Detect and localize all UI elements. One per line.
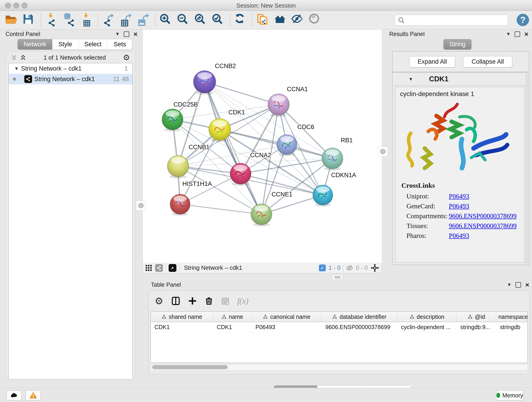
results-scrollbar[interactable]: [526, 73, 528, 264]
gene-section-header[interactable]: ▼ CDK1: [393, 73, 525, 86]
network-node-RB1[interactable]: RB1: [322, 137, 353, 170]
delete-column-icon[interactable]: [205, 297, 213, 305]
control-panel-close-icon[interactable]: ×: [133, 32, 138, 36]
export-image-button[interactable]: [137, 13, 151, 27]
zoom-in-button[interactable]: [159, 13, 174, 27]
crosslink-link[interactable]: P06493: [449, 202, 469, 210]
network-node-CCNA1[interactable]: CCNA1: [268, 86, 308, 117]
crosslink-link[interactable]: 9606.ENSP00000378699: [449, 222, 517, 230]
birds-eye-grid-icon[interactable]: [145, 264, 152, 272]
results-panel-float-icon[interactable]: [515, 32, 520, 37]
column-header-namespace[interactable]: namespace: [496, 312, 528, 322]
search-input[interactable]: [406, 15, 508, 25]
collapse-all-button[interactable]: Collapse All: [463, 56, 512, 67]
network-edge-CCNB2-CCNA1[interactable]: [205, 82, 279, 104]
open-session-button[interactable]: [5, 13, 19, 27]
export-table-button[interactable]: [119, 13, 134, 27]
crosslink-link[interactable]: P06493: [449, 232, 469, 240]
bottom-splitter-handle[interactable]: [332, 275, 343, 280]
refresh-view-button[interactable]: [234, 13, 248, 27]
warnings-button[interactable]: [26, 390, 41, 400]
export-network-button[interactable]: [102, 13, 116, 27]
import-network-file-button[interactable]: [44, 13, 59, 27]
table-cell[interactable]: CDK1: [213, 322, 252, 332]
results-panel-menu-icon[interactable]: ▼: [506, 32, 511, 37]
expand-all-button[interactable]: Expand All: [409, 56, 456, 67]
table-cell[interactable]: stringdb: [496, 322, 528, 332]
column-header-shared-name[interactable]: shared name: [151, 312, 213, 322]
table-cell[interactable]: 9606.ENSP00000378699: [322, 322, 397, 332]
tab-sets[interactable]: Sets: [108, 39, 132, 50]
zoom-out-button[interactable]: [177, 13, 191, 27]
zoom-fit-button[interactable]: [194, 13, 209, 27]
table-options-gear-icon[interactable]: ⚙: [155, 295, 163, 307]
hide-selected-button[interactable]: [291, 13, 306, 27]
left-splitter-handle[interactable]: [136, 201, 146, 211]
results-panel: Results Panel ▼ × String Expand All Coll…: [385, 29, 530, 281]
table-cell[interactable]: P06493: [252, 322, 322, 332]
collapse-all-icon[interactable]: [11, 54, 17, 61]
expand-all-icon[interactable]: [20, 54, 26, 61]
cytoscape-window: Session: New Session: [0, 0, 532, 402]
table-row[interactable]: CDK1CDK1P064939606.ENSP00000378699cyclin…: [151, 322, 527, 332]
cloud-status-button[interactable]: [6, 390, 22, 400]
selected-nodes-checkbox[interactable]: ✓: [319, 264, 326, 271]
tab-select[interactable]: Select: [78, 39, 108, 50]
network-options-gear-icon[interactable]: ⚙: [123, 53, 130, 62]
open-in-new-window-icon[interactable]: [169, 264, 177, 272]
node-count: 11: [113, 76, 120, 83]
table-cell[interactable]: CDK1: [151, 322, 213, 332]
network-canvas[interactable]: CCNB2CCNA1CDC25BCDK1CDC6RB1CCNB1CCNA2CDK…: [143, 29, 382, 263]
results-panel-close-icon[interactable]: ×: [524, 32, 528, 36]
clone-network-button[interactable]: [256, 13, 271, 27]
column-header--id[interactable]: @id: [457, 312, 496, 322]
network-row-selected[interactable]: String Network – cdk1 11 48: [9, 74, 133, 84]
group-nodes-button[interactable]: [273, 13, 288, 27]
table-cell[interactable]: stringdb:9...: [457, 322, 496, 332]
network-node-CDC25B[interactable]: CDC25B: [162, 101, 198, 131]
column-header-database-identifier[interactable]: database identifier: [322, 312, 397, 322]
show-columns-icon[interactable]: [171, 296, 180, 306]
refresh-icon: [234, 13, 246, 25]
tab-style[interactable]: Style: [52, 39, 78, 50]
column-header-name[interactable]: name: [213, 312, 252, 322]
network-collection-row[interactable]: ▼ String Network – cdk1 1: [9, 63, 133, 74]
tab-network[interactable]: Network: [18, 39, 52, 50]
results-list: ▼ CDK1 cyclin-dependent kinase 1: [392, 72, 529, 265]
help-button[interactable]: ?: [517, 14, 529, 26]
column-header-description[interactable]: description: [397, 312, 457, 322]
import-network-database-button[interactable]: [62, 13, 76, 27]
memory-button[interactable]: Memory: [496, 390, 523, 400]
network-node-CDKN1A[interactable]: CDKN1A: [313, 172, 356, 206]
column-header-canonical-name[interactable]: canonical name: [252, 312, 322, 322]
network-edge-CDK1-RB1[interactable]: [220, 129, 332, 158]
add-column-icon[interactable]: [188, 297, 197, 305]
pan-crosshair-icon[interactable]: [370, 264, 379, 272]
network-type-toggle-icon[interactable]: [155, 264, 163, 272]
gene-expand-icon[interactable]: ▼: [409, 77, 413, 82]
network-edge-CCNB2-CCNE1[interactable]: [205, 82, 261, 214]
network-edge-HIST1H1A-CCNE1[interactable]: [180, 204, 261, 214]
import-table-button[interactable]: [79, 13, 94, 27]
zoom-selected-button[interactable]: [211, 13, 226, 27]
crosslink-link[interactable]: P06493: [449, 192, 469, 200]
table-panel-menu-icon[interactable]: ▼: [507, 282, 512, 287]
show-all-button[interactable]: [308, 13, 323, 27]
node-label-CCNA1: CCNA1: [287, 86, 308, 93]
window-titlebar: Session: New Session: [0, 0, 532, 11]
network-node-CCNE1[interactable]: CCNE1: [251, 191, 293, 226]
table-horizontal-scrollbar[interactable]: [151, 364, 528, 370]
table-panel-float-icon[interactable]: [515, 282, 521, 288]
save-session-button[interactable]: [22, 13, 37, 27]
node-table[interactable]: shared namenamecanonical namedatabase id…: [151, 312, 528, 363]
tab-string[interactable]: String: [443, 39, 472, 50]
control-panel-menu-icon[interactable]: ▼: [115, 32, 120, 37]
crosslink-label: Pharos:: [406, 232, 449, 240]
control-panel-float-icon[interactable]: [124, 32, 129, 37]
table-panel-close-icon[interactable]: ×: [525, 283, 529, 287]
crosslink-link[interactable]: 9606.ENSP00000378699: [449, 212, 517, 220]
collection-expand-icon[interactable]: ▼: [14, 66, 19, 71]
table-cell[interactable]: cyclin-dependent ...: [397, 322, 457, 332]
memory-label: Memory: [502, 392, 523, 399]
network-node-HIST1H1A[interactable]: HIST1H1A: [170, 180, 212, 216]
